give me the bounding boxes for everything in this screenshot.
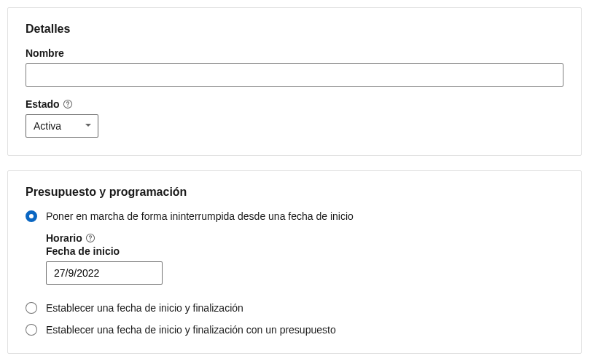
help-icon[interactable] xyxy=(63,99,73,109)
radio-circle xyxy=(26,324,37,336)
status-select[interactable]: Activa xyxy=(26,114,98,138)
start-date-label: Fecha de inicio xyxy=(46,245,563,257)
status-label-row: Estado xyxy=(26,98,563,110)
name-field-group: Nombre xyxy=(26,47,563,87)
radio-option-continuous[interactable]: Poner en marcha de forma ininterrumpida … xyxy=(26,210,563,222)
radio-circle-selected xyxy=(26,210,37,222)
name-input[interactable] xyxy=(26,63,563,87)
radio-label-start-end-budget: Establecer una fecha de inicio y finaliz… xyxy=(46,324,336,336)
help-icon[interactable] xyxy=(85,233,95,243)
start-date-input[interactable] xyxy=(46,261,163,285)
details-card: Detalles Nombre Estado Activa xyxy=(7,7,582,156)
radio-option-start-end-budget[interactable]: Establecer una fecha de inicio y finaliz… xyxy=(26,324,563,336)
status-field-group: Estado Activa xyxy=(26,98,563,138)
radio-circle xyxy=(26,302,37,314)
svg-point-3 xyxy=(90,240,90,240)
status-value: Activa xyxy=(34,120,61,132)
radio-label-continuous: Poner en marcha de forma ininterrumpida … xyxy=(46,210,354,222)
svg-point-1 xyxy=(67,106,68,106)
name-label: Nombre xyxy=(26,47,563,59)
details-title: Detalles xyxy=(26,23,563,36)
budget-card: Presupuesto y programación Poner en marc… xyxy=(7,170,582,354)
status-label: Estado xyxy=(26,98,60,110)
schedule-label: Horario xyxy=(46,232,82,244)
budget-title: Presupuesto y programación xyxy=(26,186,563,199)
schedule-heading-row: Horario xyxy=(46,232,563,244)
schedule-subsection: Horario Fecha de inicio xyxy=(46,232,563,285)
radio-label-start-end: Establecer una fecha de inicio y finaliz… xyxy=(46,302,243,314)
radio-option-start-end[interactable]: Establecer una fecha de inicio y finaliz… xyxy=(26,302,563,314)
